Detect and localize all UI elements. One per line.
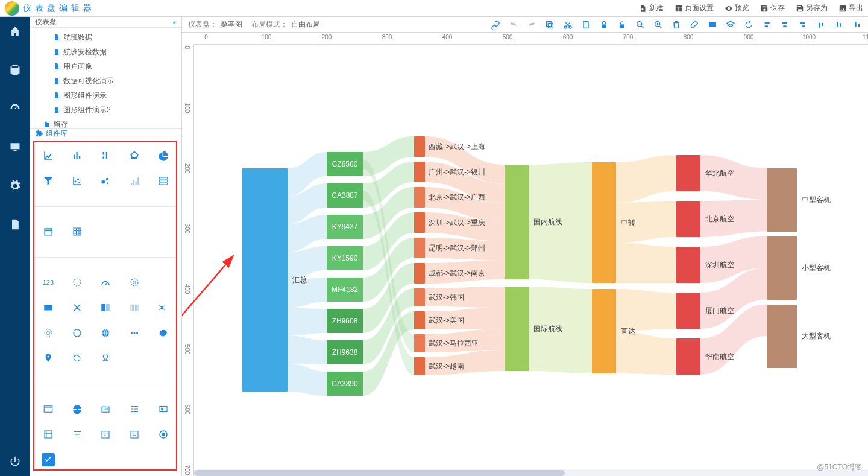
tree-item[interactable]: 航班数据 [30, 30, 181, 45]
sankey-node[interactable]: 北京->武汉->广西 [414, 187, 425, 208]
align-bottom-icon[interactable] [852, 20, 862, 30]
tab-icon[interactable]: TAB [99, 402, 112, 416]
sankey-node[interactable]: CA3890 [327, 372, 363, 396]
scatter-chart-icon[interactable] [71, 174, 84, 188]
sankey-node[interactable]: 武汉->越南 [414, 357, 425, 375]
sankey-node[interactable]: 华南航空 [676, 338, 700, 375]
sankey-node[interactable]: 武汉->马拉西亚 [414, 334, 425, 352]
save-as-button[interactable]: 另存为 [796, 3, 828, 13]
waterfall-icon[interactable] [128, 174, 141, 188]
tree-item[interactable]: 图形组件演示 [30, 88, 181, 103]
sankey-node[interactable]: 武汉->韩国 [414, 288, 425, 306]
sankey-node[interactable]: 直达 [592, 289, 616, 373]
card-icon[interactable] [42, 301, 55, 314]
refresh-icon[interactable] [744, 20, 753, 30]
document-icon[interactable] [9, 218, 21, 230]
layout-split-icon[interactable] [99, 301, 112, 314]
region-map-icon[interactable] [71, 352, 84, 365]
sankey-node[interactable]: 成都->武汉->南京 [414, 263, 425, 284]
sankey-node[interactable]: 国内航线 [505, 165, 529, 279]
sankey-node[interactable]: 昆明->武汉->郑州 [414, 238, 425, 258]
line-chart-icon[interactable] [42, 149, 55, 162]
page-settings-button[interactable]: 页面设置 [675, 3, 714, 13]
canvas[interactable]: 汇总CZ6560CA3887KY9437KY1590MF4182ZH9608ZH… [194, 45, 868, 476]
new-button[interactable]: 新建 [639, 3, 664, 13]
location-group-icon[interactable] [99, 352, 112, 365]
component-library-header[interactable]: 组件库 [30, 128, 181, 139]
unlock-icon[interactable] [617, 20, 627, 30]
funnel-chart-icon[interactable] [42, 174, 55, 188]
sankey-node[interactable]: MF4182 [327, 278, 363, 302]
sankey-node[interactable]: CA3887 [327, 183, 363, 208]
calendar-icon[interactable] [42, 225, 55, 238]
preview-button[interactable]: 预览 [725, 3, 749, 13]
sankey-node[interactable]: 西藏->武汉->上海 [414, 136, 425, 157]
sankey-node[interactable]: 北京航空 [676, 201, 700, 237]
barcode-icon[interactable] [128, 301, 141, 314]
table-icon[interactable] [157, 174, 170, 188]
settings-icon[interactable] [9, 180, 21, 192]
bubble-chart-icon[interactable] [99, 174, 112, 188]
sankey-node[interactable]: 广州->武汉->银川 [414, 162, 425, 182]
align-center-icon[interactable] [780, 20, 790, 30]
sankey-node[interactable]: 小型客机 [767, 236, 797, 300]
radio-icon[interactable] [157, 428, 170, 441]
screen-icon[interactable] [708, 20, 717, 30]
grid-icon[interactable] [71, 225, 84, 238]
align-top-icon[interactable] [816, 20, 826, 30]
eraser-icon[interactable] [690, 20, 699, 30]
text-list-icon[interactable] [128, 402, 141, 416]
compass-icon[interactable] [71, 326, 84, 340]
tree-item[interactable]: 图形组件演示2 [30, 103, 181, 117]
zoom-out-icon[interactable] [635, 20, 645, 30]
gauge-minimal-icon[interactable] [71, 276, 84, 289]
china-map-icon[interactable] [157, 326, 170, 340]
kpi-number-icon[interactable]: 123 [42, 276, 55, 289]
sankey-node[interactable]: CZ6560 [327, 152, 363, 176]
export-button[interactable]: 导出 [838, 3, 863, 13]
radar-chart-icon[interactable] [128, 149, 141, 162]
align-middle-icon[interactable] [834, 20, 844, 30]
zoom-in-icon[interactable] [653, 20, 663, 30]
sankey-node[interactable]: 深圳->武汉->重庆 [414, 212, 425, 233]
gauge-icon[interactable] [99, 276, 112, 289]
tree-item[interactable]: 航班安检数据 [30, 45, 181, 59]
sankey-node[interactable]: KY9437 [327, 215, 363, 239]
trash-icon[interactable] [671, 20, 681, 30]
tree-item[interactable]: 用户画像 [30, 59, 181, 74]
date-picker-icon[interactable] [99, 428, 112, 441]
sankey-node[interactable]: 华北航空 [676, 155, 700, 191]
scrollbar-horizontal[interactable] [194, 469, 868, 476]
globe-icon[interactable] [99, 326, 112, 340]
sankey-node[interactable]: 汇总 [242, 168, 288, 392]
pie-chart-icon[interactable] [157, 149, 170, 162]
sankey-node[interactable]: 武汉->美国 [414, 311, 425, 329]
pin-icon[interactable] [42, 352, 55, 365]
form-icon[interactable] [42, 428, 55, 441]
frame-icon[interactable] [157, 402, 170, 416]
column-chart-icon[interactable] [99, 149, 112, 162]
home-icon[interactable] [9, 25, 21, 37]
tree-item[interactable]: 数据可视化演示 [30, 74, 181, 88]
sankey-node[interactable]: 深圳航空 [676, 247, 700, 283]
copy-icon[interactable] [545, 20, 555, 30]
dots-icon[interactable] [128, 326, 141, 340]
ie-icon[interactable] [71, 402, 84, 416]
undo-icon[interactable] [509, 20, 518, 30]
gauge-ring-icon[interactable] [128, 276, 141, 289]
layers-icon[interactable] [726, 20, 735, 30]
paste-icon[interactable] [581, 20, 591, 30]
sankey-node[interactable]: 厦门航空 [676, 293, 700, 329]
sankey-node[interactable]: ZH9638 [327, 340, 363, 364]
link-icon[interactable] [491, 20, 500, 30]
align-right-icon[interactable] [798, 20, 808, 30]
sankey-node[interactable]: 中型客机 [767, 168, 797, 232]
date-range-icon[interactable] [128, 428, 141, 441]
sankey-node[interactable]: 大型客机 [767, 305, 797, 368]
database-icon[interactable] [9, 64, 21, 76]
power-icon[interactable] [9, 455, 21, 468]
monitor-icon[interactable] [9, 141, 21, 153]
sankey-chart-icon[interactable] [157, 301, 170, 314]
tree-item[interactable]: 留存 [30, 117, 181, 128]
dashboard-icon[interactable] [9, 103, 21, 115]
